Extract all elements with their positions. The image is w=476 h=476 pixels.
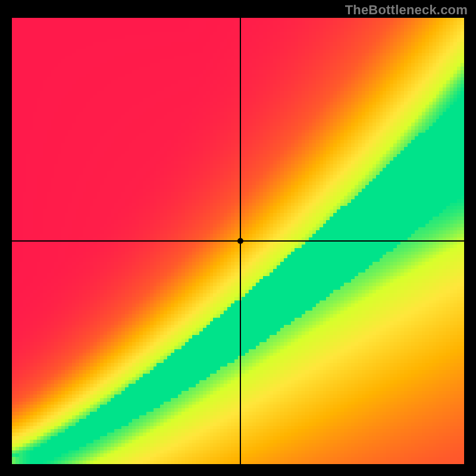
chart-stage: TheBottleneck.com xyxy=(0,0,476,476)
watermark-text: TheBottleneck.com xyxy=(345,2,468,18)
crosshair-marker-dot xyxy=(237,238,243,244)
